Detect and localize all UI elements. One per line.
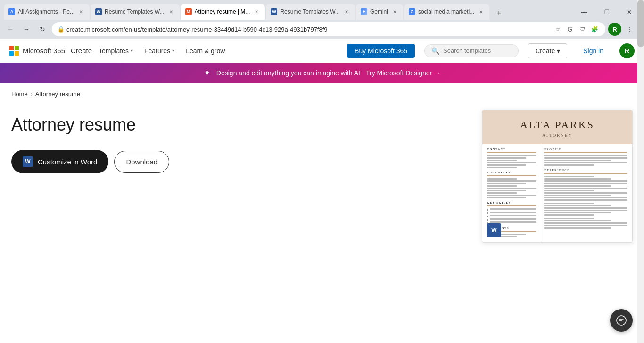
new-tab-button[interactable]: + (492, 7, 505, 20)
left-section: Attorney resume W Customize in Word Down… (11, 105, 463, 173)
try-designer-button[interactable]: Try Microsoft Designer → (366, 69, 440, 77)
exp-line-5 (544, 185, 611, 187)
exp-line-21 (544, 225, 627, 226)
buy-ms365-button[interactable]: Buy Microsoft 365 (347, 44, 415, 58)
exp-line-8 (544, 192, 627, 194)
tab-favicon-6: G (409, 8, 415, 15)
experience-divider (544, 173, 627, 174)
ms-sq-red (9, 46, 14, 50)
education-section-title: EDUCATION (487, 171, 536, 174)
profile-line-3 (544, 160, 611, 161)
nav-links: Create Templates ▾ Features ▾ Learn & gr… (74, 44, 338, 57)
user-avatar[interactable]: R (619, 43, 635, 58)
exp-line-9 (544, 195, 611, 196)
tab-resume-templates-1[interactable]: W Resume Templates W... ✕ (91, 4, 180, 20)
profile-line-5 (544, 164, 594, 166)
tab-favicon-5: ✦ (361, 8, 367, 15)
exp-line-14 (544, 207, 627, 209)
page-title: Attorney resume (11, 114, 463, 135)
profile-button[interactable]: R (608, 23, 621, 36)
profile-line-1 (544, 155, 627, 156)
contact-divider (487, 152, 536, 153)
restore-button[interactable]: ❐ (596, 5, 618, 20)
ms-squares-icon (9, 46, 19, 56)
resume-preview: ALTA PARKS ATTORNEY CONTACT (482, 110, 633, 243)
skill-3 (487, 215, 536, 217)
education-divider (487, 175, 536, 176)
create-dropdown-chevron-icon: ▾ (557, 47, 560, 55)
features-nav-link[interactable]: Features ▾ (140, 44, 179, 57)
tab-close-btn-2[interactable]: ✕ (167, 8, 175, 16)
scroll-track[interactable] (637, 0, 644, 321)
contact-line-4 (487, 162, 536, 163)
menu-button[interactable]: ⋮ (623, 23, 636, 36)
contact-line-3 (487, 160, 517, 161)
forward-button[interactable]: → (20, 23, 33, 36)
spark-icon: ✦ (204, 68, 211, 78)
word-icon: W (23, 156, 33, 167)
address-input-container[interactable]: 🔒 create.microsoft.com/en-us/template/at… (52, 22, 605, 36)
search-input[interactable] (443, 47, 509, 54)
profile-line-4 (544, 162, 627, 163)
tab-all-assignments[interactable]: A All Assignments - Pe... ✕ (4, 4, 90, 20)
star-icon[interactable]: ☆ (553, 24, 563, 34)
tab-close-btn-3[interactable]: ✕ (253, 8, 260, 16)
exp-line-18 (544, 218, 594, 219)
resume-candidate-role: ATTORNEY (492, 133, 623, 138)
skill-1 (487, 208, 536, 211)
tab-favicon-4: W (271, 8, 277, 15)
download-button[interactable]: Download (114, 151, 169, 173)
back-button[interactable]: ← (4, 23, 17, 36)
contact-line-1 (487, 155, 536, 156)
skill-bullet-2 (487, 212, 488, 214)
microsoft-logo[interactable]: Microsoft 365 (9, 46, 65, 56)
contact-line-6 (487, 167, 517, 168)
breadcrumb-separator-icon: › (31, 91, 33, 98)
sign-in-button[interactable]: Sign in (577, 44, 610, 58)
scroll-thumb[interactable] (637, 0, 644, 47)
edu-line-3 (487, 183, 526, 184)
templates-nav-link[interactable]: Templates ▾ (94, 44, 138, 57)
exp-line-1 (544, 176, 594, 177)
extension-icon-2[interactable]: 🛡 (577, 24, 587, 34)
exp-line-20 (544, 222, 627, 224)
edu-line-5 (487, 188, 536, 189)
skill-text-3 (490, 215, 536, 216)
browser-controls: R ⋮ (608, 23, 640, 36)
tab-label-3: Attorney resume | M... (195, 8, 250, 15)
tab-bar: A All Assignments - Pe... ✕ W Resume Tem… (0, 0, 644, 20)
tab-label: All Assignments - Pe... (18, 8, 74, 15)
extension-icon-1[interactable]: G (565, 24, 575, 34)
breadcrumb-current-page: Attorney resume (35, 90, 80, 98)
address-icons: ☆ G 🛡 🧩 (553, 24, 600, 34)
breadcrumb-home-link[interactable]: Home (11, 90, 28, 98)
tab-attorney-resume[interactable]: M Attorney resume | M... ✕ (181, 4, 265, 20)
create-dropdown-button[interactable]: Create ▾ (528, 43, 567, 58)
learn-grow-nav-link[interactable]: Learn & grow (181, 44, 230, 57)
tab-close-btn[interactable]: ✕ (77, 8, 85, 16)
tab-close-btn-6[interactable]: ✕ (477, 8, 485, 16)
exp-line-22 (544, 227, 611, 229)
url-display: create.microsoft.com/en-us/template/atto… (66, 26, 551, 33)
contact-line-5 (487, 164, 526, 166)
search-icon: 🔍 (431, 47, 439, 55)
tab-social-media[interactable]: G social media marketi... ✕ (404, 4, 489, 20)
tab-close-btn-5[interactable]: ✕ (391, 8, 398, 16)
resume-right-column: PROFILE EXPERIENCE (540, 144, 632, 242)
tab-resume-templates-2[interactable]: W Resume Templates W... ✕ (266, 4, 355, 20)
profile-divider (544, 152, 627, 153)
templates-chevron-icon: ▾ (131, 48, 133, 53)
main-content: Attorney resume W Customize in Word Down… (0, 105, 644, 261)
extension-icon-3[interactable]: 🧩 (589, 24, 600, 34)
skill-4 (487, 218, 536, 220)
experience-section-title: EXPERIENCE (544, 169, 627, 172)
resume-candidate-name: ALTA PARKS (492, 119, 623, 131)
tab-close-btn-4[interactable]: ✕ (343, 8, 350, 16)
search-box[interactable]: 🔍 (424, 44, 519, 57)
customize-in-word-button[interactable]: W Customize in Word (11, 150, 108, 173)
minimize-button[interactable]: — (573, 5, 595, 20)
tab-favicon: A (8, 8, 15, 15)
skill-text-4 (490, 218, 536, 220)
tab-gemini[interactable]: ✦ Gemini ✕ (356, 4, 403, 20)
reload-button[interactable]: ↻ (36, 23, 49, 36)
